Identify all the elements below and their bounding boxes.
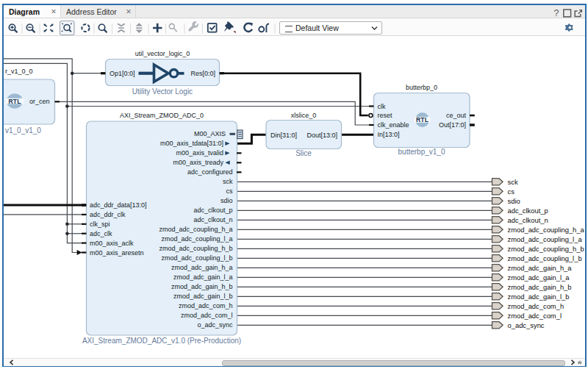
svg-text:zmod_adc_coupling_l_b: zmod_adc_coupling_l_b bbox=[161, 254, 232, 262]
svg-text:zmod_adc_gain_l_b: zmod_adc_gain_l_b bbox=[508, 293, 570, 301]
svg-text:zmod_adc_coupling_l_b: zmod_adc_coupling_l_b bbox=[508, 254, 582, 262]
svg-text:M00_AXIS: M00_AXIS bbox=[194, 130, 226, 137]
svg-text:AXI_Stream_ZMOD_ADC_v1.0 (Pre-: AXI_Stream_ZMOD_ADC_v1.0 (Pre-Production… bbox=[82, 337, 241, 345]
svg-text:ce_out: ce_out bbox=[446, 112, 467, 119]
svg-text:Out[17:0]: Out[17:0] bbox=[439, 121, 466, 129]
svg-text:zmod_adc_gain_h_b: zmod_adc_gain_h_b bbox=[508, 283, 572, 291]
svg-text:Utility Vector Logic: Utility Vector Logic bbox=[132, 87, 193, 96]
svg-text:In[13:0]: In[13:0] bbox=[378, 131, 400, 138]
svg-text:zmod_adc_gain_l_a: zmod_adc_gain_l_a bbox=[173, 273, 233, 281]
svg-text:zmod_adc_coupling_h_b: zmod_adc_coupling_h_b bbox=[159, 245, 232, 252]
svg-text:zmod_adc_com_h: zmod_adc_com_h bbox=[179, 302, 233, 309]
svg-text:or_cen: or_cen bbox=[29, 98, 50, 105]
svg-text:sck: sck bbox=[508, 178, 518, 186]
svg-text:cs: cs bbox=[226, 187, 234, 195]
svg-text:sdio: sdio bbox=[220, 197, 233, 204]
svg-text:butterbp_0: butterbp_0 bbox=[406, 84, 437, 91]
svg-text:sck: sck bbox=[223, 178, 233, 185]
svg-text:m00_axis_tready: m00_axis_tready bbox=[173, 159, 223, 166]
svg-text:adc_clkout_n: adc_clkout_n bbox=[193, 216, 232, 223]
svg-text:?: ? bbox=[554, 8, 559, 18]
svg-text:zmod_adc_coupling_l_a: zmod_adc_coupling_l_a bbox=[161, 235, 232, 243]
svg-text:adc_clk: adc_clk bbox=[90, 230, 112, 237]
svg-text:adc_ddr_clk: adc_ddr_clk bbox=[90, 211, 126, 218]
svg-text:Slice: Slice bbox=[295, 149, 312, 157]
svg-text:zmod_adc_coupling_h_a: zmod_adc_coupling_h_a bbox=[508, 226, 585, 234]
svg-text:clk_spi: clk_spi bbox=[90, 221, 110, 228]
svg-text:util_vector_logic_0: util_vector_logic_0 bbox=[135, 50, 190, 57]
svg-text:clk: clk bbox=[378, 103, 386, 110]
svg-text:butterbp_v1_0: butterbp_v1_0 bbox=[398, 148, 445, 156]
svg-text:m00_axis_tvalid: m00_axis_tvalid bbox=[176, 149, 223, 157]
svg-text:zmod_adc_coupling_h_a: zmod_adc_coupling_h_a bbox=[159, 226, 232, 233]
svg-text:zmod_adc_gain_h_b: zmod_adc_gain_h_b bbox=[171, 283, 233, 290]
svg-text:Res[0:0]: Res[0:0] bbox=[190, 70, 215, 77]
svg-text:Op1[0:0]: Op1[0:0] bbox=[110, 70, 135, 77]
svg-text:zmod_adc_com_h: zmod_adc_com_h bbox=[508, 302, 564, 310]
svg-text:zmod_adc_com_l: zmod_adc_com_l bbox=[181, 312, 233, 319]
svg-text:zmod_adc_com_l: zmod_adc_com_l bbox=[508, 312, 562, 320]
svg-text:v1_0_v1_0: v1_0_v1_0 bbox=[5, 126, 41, 135]
svg-text:RTL: RTL bbox=[416, 116, 429, 123]
svg-text:r_v1_0_0: r_v1_0_0 bbox=[5, 68, 33, 75]
svg-text:zmod_adc_gain_l_a: zmod_adc_gain_l_a bbox=[508, 273, 570, 282]
svg-text:adc_configured: adc_configured bbox=[187, 168, 233, 176]
svg-text:adc_ddr_data[13:0]: adc_ddr_data[13:0] bbox=[90, 201, 147, 209]
svg-text:zmod_adc_gain_h_a: zmod_adc_gain_h_a bbox=[508, 264, 573, 272]
svg-text:zmod_adc_gain_h_a: zmod_adc_gain_h_a bbox=[171, 264, 233, 271]
svg-text:adc_clkout_p: adc_clkout_p bbox=[508, 207, 548, 215]
svg-text:m00_axis_aclk: m00_axis_aclk bbox=[90, 240, 134, 247]
svg-text:sdio: sdio bbox=[508, 197, 520, 205]
svg-text:AXI_Stream_ZMOD_ADC_0: AXI_Stream_ZMOD_ADC_0 bbox=[120, 112, 204, 119]
svg-text:o_adc_sync: o_adc_sync bbox=[508, 321, 545, 329]
svg-text:Dout[13:0]: Dout[13:0] bbox=[306, 132, 337, 139]
svg-text:reset: reset bbox=[378, 112, 393, 119]
svg-text:m00_axis_aresetn: m00_axis_aresetn bbox=[90, 249, 144, 257]
svg-text:o_adc_sync: o_adc_sync bbox=[197, 321, 233, 329]
svg-text:zmod_adc_gain_l_b: zmod_adc_gain_l_b bbox=[173, 293, 233, 300]
svg-text:xlslice_0: xlslice_0 bbox=[291, 112, 317, 119]
svg-text:zmod_adc_coupling_h_b: zmod_adc_coupling_h_b bbox=[508, 245, 584, 253]
svg-text:adc_clkout_p: adc_clkout_p bbox=[193, 207, 232, 214]
svg-text:clk_enable: clk_enable bbox=[378, 121, 409, 129]
svg-text:zmod_adc_coupling_l_a: zmod_adc_coupling_l_a bbox=[508, 235, 583, 243]
svg-text:adc_clkout_n: adc_clkout_n bbox=[508, 216, 548, 224]
svg-text:m00_axis_tdata[31:0]: m00_axis_tdata[31:0] bbox=[160, 140, 223, 147]
svg-text:Din[31:0]: Din[31:0] bbox=[270, 132, 297, 139]
svg-text:RTL: RTL bbox=[8, 98, 21, 105]
svg-text:cs: cs bbox=[508, 187, 515, 196]
